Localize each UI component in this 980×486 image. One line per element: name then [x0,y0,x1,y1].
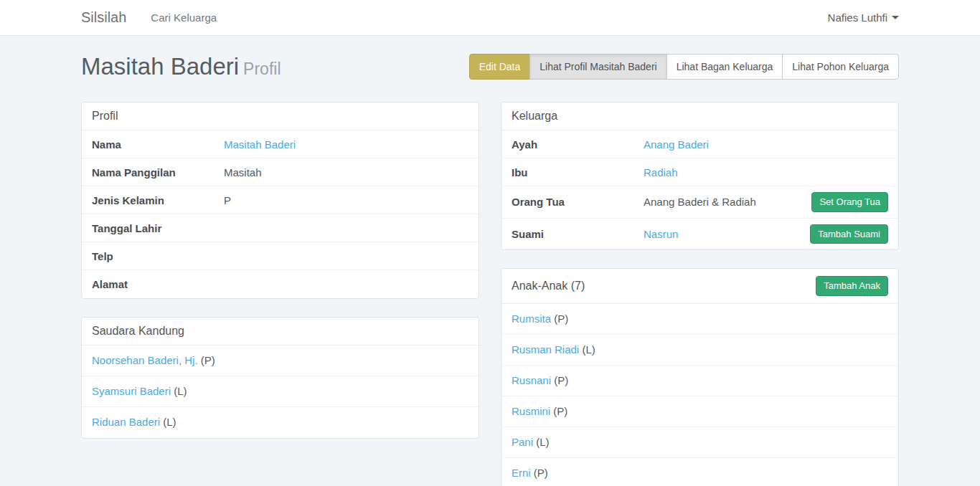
row-label: Nama Panggilan [92,166,224,178]
gender-label: (P) [554,374,568,386]
list-item: Riduan Baderi (L) [82,407,479,438]
table-row: Jenis Kelamin P [82,186,479,214]
gender-label: (P) [534,467,548,479]
row-label: Nama [92,138,224,151]
person-link[interactable]: Rusmini [512,405,550,417]
table-row: Ibu Radiah [501,158,898,186]
person-link[interactable]: Masitah Baderi [224,138,296,151]
profile-action-group: Edit Data Lihat Profil Masitah Baderi Li… [469,54,899,80]
person-link[interactable]: Rusman Riadi [512,343,579,356]
panel-title-text: Keluarga [512,110,557,123]
list-item: Pani (L) [501,427,898,458]
anak-anak-panel-title: Anak-Anak (7) Tambah Anak [501,269,898,304]
lihat-pohon-keluarga-button[interactable]: Lihat Pohon Keluarga [782,54,899,80]
row-label: Alamat [92,278,224,290]
tambah-suami-button[interactable]: Tambah Suami [810,224,888,244]
person-link[interactable]: Rusnani [512,374,551,386]
person-link[interactable]: Riduan Baderi [92,416,160,428]
panel-title-text: Saudara Kandung [92,325,184,338]
saudara-kandung-panel-title: Saudara Kandung [82,318,479,346]
person-link[interactable]: Anang Baderi [644,138,709,151]
main-content: Masitah BaderiProfil Edit Data Lihat Pro… [81,53,899,486]
list-item: Erni (P) [501,458,898,486]
brand-silsilah[interactable]: Silsilah [81,9,126,26]
lihat-bagan-keluarga-button[interactable]: Lihat Bagan Keluarga [666,54,783,80]
list-item: Rusman Riadi (L) [501,335,898,366]
anak-anak-panel: Anak-Anak (7) Tambah Anak Rumsita (P) Ru… [501,268,899,486]
page-subtitle: Profil [243,59,281,78]
list-item: Syamsuri Baderi (L) [82,376,479,407]
panel-title-text: Profil [92,110,118,123]
table-row: Nama Panggilan Masitah [82,158,479,186]
row-label: Ibu [512,166,644,178]
tambah-anak-button[interactable]: Tambah Anak [816,276,888,296]
nav-link-cari-keluarga[interactable]: Cari Keluarga [151,11,217,24]
user-name: Nafies Luthfi [828,11,887,24]
gender-label: (L) [163,416,176,428]
profil-panel: Profil Nama Masitah Baderi Nama Panggila… [81,102,479,299]
row-value: P [224,194,468,206]
row-label: Orang Tua [512,196,644,208]
user-menu-dropdown[interactable]: Nafies Luthfi [828,11,899,24]
table-row: Tanggal Lahir [82,214,479,242]
row-label: Suami [512,228,644,240]
person-link[interactable]: Noorsehan Baderi, Hj. [92,354,198,366]
page-header: Masitah BaderiProfil Edit Data Lihat Pro… [81,53,899,80]
table-row: Ayah Anang Baderi [501,130,898,158]
gender-label: (P) [201,354,215,366]
row-label: Jenis Kelamin [92,194,224,206]
chevron-down-icon [892,16,899,19]
gender-label: (P) [553,405,567,417]
person-link[interactable]: Radiah [644,166,678,178]
table-row: Suami Nasrun Tambah Suami [501,219,898,250]
right-column: Keluarga Ayah Anang Baderi Ibu Radiah Or… [501,102,899,486]
person-link[interactable]: Pani [512,436,533,448]
edit-data-button[interactable]: Edit Data [469,54,531,80]
list-item: Noorsehan Baderi, Hj. (P) [82,346,479,376]
table-row: Nama Masitah Baderi [82,130,479,158]
row-label: Tanggal Lahir [92,222,224,234]
list-item: Rusnani (P) [501,366,898,396]
table-row: Alamat [82,270,479,298]
gender-label: (L) [174,385,187,397]
gender-label: (L) [582,343,595,356]
table-row: Orang Tua Anang Baderi & Radiah Set Oran… [501,186,898,219]
left-column: Profil Nama Masitah Baderi Nama Panggila… [81,102,479,486]
person-link[interactable]: Syamsuri Baderi [92,385,171,397]
list-item: Rusmini (P) [501,396,898,427]
profil-panel-title: Profil [82,103,479,130]
row-value: Masitah [224,166,468,178]
row-label: Ayah [512,138,644,151]
page-title: Masitah BaderiProfil [81,53,281,80]
list-item: Rumsita (P) [501,304,898,335]
person-name: Masitah Baderi [81,53,239,80]
person-link[interactable]: Erni [512,467,531,479]
keluarga-panel: Keluarga Ayah Anang Baderi Ibu Radiah Or… [501,102,899,250]
keluarga-panel-title: Keluarga [501,103,898,130]
panel-title-text: Anak-Anak (7) [512,280,585,292]
row-value: Anang Baderi & Radiah [644,196,811,208]
row-label: Telp [92,250,224,262]
saudara-kandung-panel: Saudara Kandung Noorsehan Baderi, Hj. (P… [81,317,479,439]
navbar: Silsilah Cari Keluarga Nafies Luthfi [0,0,980,36]
table-row: Telp [82,242,479,270]
gender-label: (L) [536,436,549,448]
lihat-profil-button[interactable]: Lihat Profil Masitah Baderi [529,54,666,80]
set-orang-tua-button[interactable]: Set Orang Tua [811,192,888,212]
gender-label: (P) [554,313,568,325]
person-link[interactable]: Rumsita [512,313,551,325]
person-link[interactable]: Nasrun [644,228,678,240]
